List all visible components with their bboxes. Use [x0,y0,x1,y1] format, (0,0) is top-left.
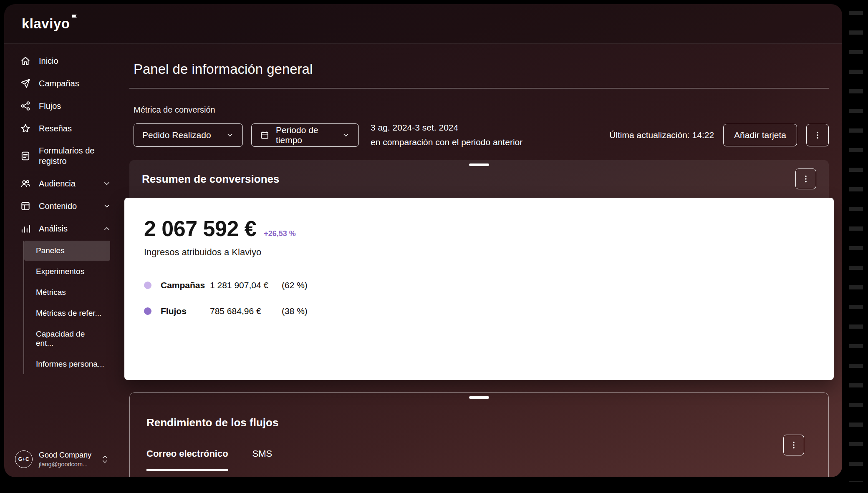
chevron-down-icon [103,202,111,210]
sidebar-item-label: Análisis [39,224,68,234]
dashboard-controls: Métrica de conversión Pedido Realizado P… [129,105,829,149]
conversion-summary-title: Resumen de conversiones [142,173,279,186]
page-title: Panel de información general [129,61,829,77]
flow-performance-title: Rendimiento de los flujos [146,416,812,429]
subnav-item-informes-personalizados[interactable]: Informes persona... [24,354,110,374]
card-drag-handle[interactable] [469,163,489,166]
subnav-item-metricas-referencia[interactable]: Métricas de refer... [24,303,110,323]
sidebar-item-label: Campañas [39,78,79,89]
legend-percent: (38 %) [282,306,308,316]
sidebar-item-inicio[interactable]: Inicio [4,50,121,72]
time-period-value: Periodo de tiempo [276,125,335,145]
flows-legend-dot [144,307,151,315]
chevron-down-icon [226,131,234,139]
chevron-up-icon [103,224,111,233]
account-name: Good Company [39,451,91,460]
flow-performance-tabs: Correo electrónico SMS [146,448,812,471]
title-divider [129,88,829,88]
date-range-block: 3 ag. 2024-3 set. 2024 en comparación co… [371,121,522,149]
conversion-summary-body: 2 067 592 € +26,53 % Ingresos atribuidos… [124,198,834,380]
conversion-metric-label: Métrica de conversión [134,105,829,115]
sidebar-item-audiencia[interactable]: Audiencia [4,172,121,195]
sidebar-item-label: Formularios de registro [39,146,111,166]
sidebar-item-resenas[interactable]: Reseñas [4,117,121,140]
form-icon [20,151,31,161]
app-window: klaviyo Inicio Campañas Flujos Reseñas [4,4,842,477]
conversion-metric-select[interactable]: Pedido Realizado [134,123,243,147]
kebab-icon [801,174,810,184]
sidebar-item-campanas[interactable]: Campañas [4,72,121,95]
klaviyo-wordmark: klaviyo [22,16,70,31]
avatar-initials: G+C [18,456,30,462]
add-card-button[interactable]: Añadir tarjeta [723,124,797,146]
klaviyo-logo[interactable]: klaviyo [22,16,77,32]
dashboard-kebab-button[interactable] [806,124,829,146]
date-range: 3 ag. 2024-3 set. 2024 [371,121,522,135]
legend-value: 785 684,96 € [210,306,282,316]
conversion-summary-card: Resumen de conversiones 2 067 592 € +26,… [129,160,829,380]
content-icon [20,201,31,211]
flow-performance-kebab-button[interactable] [783,435,804,455]
sidebar-item-formularios[interactable]: Formularios de registro [4,140,121,172]
chart-legend: Campañas 1 281 907,04 € (62 %) Flujos 78… [144,280,308,316]
card-drag-handle[interactable] [469,396,489,399]
conversion-bar-chart [343,230,786,357]
revenue-subtitle: Ingresos atribuidos a Klaviyo [144,247,308,258]
legend-value: 1 281 907,04 € [210,280,282,290]
account-email: jlang@goodcom... [39,461,91,468]
kebab-icon [789,440,798,450]
analytics-icon [20,223,31,234]
last-updated: Última actualización: 14:22 [609,130,714,140]
top-bar: klaviyo [4,4,842,44]
account-expander-icon [102,455,108,463]
tab-sms[interactable]: SMS [252,448,273,471]
home-icon [20,55,31,66]
tab-correo-electronico[interactable]: Correo electrónico [146,448,228,471]
conversion-summary-header: Resumen de conversiones [129,160,829,198]
analysis-subnav: Paneles Experimentos Métricas Métricas d… [23,241,110,374]
sidebar: Inicio Campañas Flujos Reseñas Formulari… [4,44,121,477]
kebab-icon [813,131,822,140]
sidebar-item-flujos[interactable]: Flujos [4,95,121,117]
sidebar-item-label: Contenido [39,201,77,211]
conversion-metric-value: Pedido Realizado [142,130,219,140]
chevron-down-icon [342,131,350,139]
sidebar-item-contenido[interactable]: Contenido [4,195,121,217]
people-icon [20,178,31,189]
sidebar-item-label: Audiencia [39,179,76,189]
campaigns-legend-dot [144,282,151,289]
flow-performance-card: Rendimiento de los flujos Correo electró… [129,392,829,477]
klaviyo-flag-icon [72,14,77,20]
star-icon [20,123,31,134]
conversion-summary-kebab-button[interactable] [795,169,816,189]
avatar: G+C [15,450,33,468]
comparison-note: en comparación con el periodo anterior [371,135,522,150]
subnav-item-experimentos[interactable]: Experimentos [24,262,110,282]
revenue-delta-badge: +26,53 % [264,229,296,238]
sidebar-item-label: Reseñas [39,123,72,134]
legend-label: Campañas [161,280,210,290]
subnav-item-paneles[interactable]: Paneles [24,241,110,261]
send-icon [20,78,31,89]
calendar-icon [260,131,269,140]
sidebar-item-label: Inicio [39,56,58,66]
legend-row-campanas: Campañas 1 281 907,04 € (62 %) [144,280,308,290]
sidebar-item-label: Flujos [39,101,61,111]
legend-row-flujos: Flujos 785 684,96 € (38 %) [144,306,308,316]
time-period-select[interactable]: Periodo de tiempo [251,123,359,147]
sidebar-item-analisis[interactable]: Análisis [4,217,121,240]
main-content: Panel de información general Métrica de … [121,44,842,477]
subnav-item-capacidad-entrega[interactable]: Capacidad de ent... [24,324,110,353]
screen-edge-dashes [849,11,863,482]
account-switcher[interactable]: G+C Good Company jlang@goodcom... [15,450,108,468]
subnav-item-metricas[interactable]: Métricas [24,282,110,302]
flow-icon [20,101,31,111]
total-revenue-value: 2 067 592 € [144,216,256,241]
chevron-down-icon [103,179,111,188]
legend-percent: (62 %) [282,280,308,290]
legend-label: Flujos [161,306,210,316]
